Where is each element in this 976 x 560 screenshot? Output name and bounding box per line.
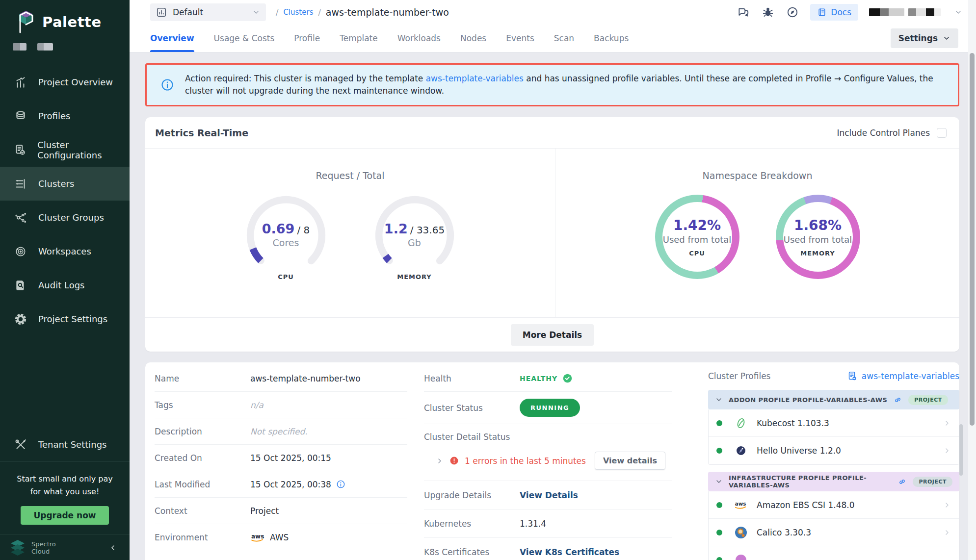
redacted-username (869, 8, 941, 16)
upgrade-details-link[interactable]: View Details (520, 490, 578, 500)
aws-logo-icon: aws (250, 533, 265, 542)
sidebar-item-workspaces[interactable]: Workspaces (0, 234, 130, 268)
detail-row-description: Description Not specified. (155, 418, 407, 445)
cluster-detail-status-section: Cluster Detail Status 1 errors in the la… (424, 424, 672, 481)
tab-workloads[interactable]: Workloads (397, 25, 441, 52)
tab-nodes[interactable]: Nodes (460, 25, 486, 52)
sidebar-nav: Project Overview Profiles Cluster Config… (0, 65, 130, 336)
pack-row-kubecost[interactable]: Kubecost 1.103.3 (709, 409, 959, 437)
redacted-block (869, 8, 904, 16)
infrastructure-pack-list: aws Amazon EBS CSI 1.48.0 (708, 491, 959, 560)
cluster-profiles-column: Cluster Profiles aws-template-variables (708, 365, 959, 560)
layers-icon (14, 109, 27, 123)
tab-backups[interactable]: Backups (594, 25, 629, 52)
chevron-down-icon (715, 478, 723, 485)
aws-logo-icon: aws (734, 498, 748, 512)
project-selector[interactable]: Default (150, 3, 266, 21)
detail-row-created-on: Created On 15 Oct 2025, 00:15 (155, 445, 407, 471)
cpu-used-value: 0.69 (262, 221, 295, 236)
upgrade-details-row: Upgrade Details View Details (424, 481, 672, 509)
tab-usage-costs[interactable]: Usage & Costs (214, 25, 275, 52)
cluster-profiles-title: Cluster Profiles (708, 371, 770, 381)
include-control-planes-checkbox[interactable] (937, 128, 947, 138)
brand-name: Palette (42, 14, 102, 30)
sidebar-collapse-icon[interactable] (109, 544, 121, 552)
project-scope-badge: PROJECT (908, 395, 948, 405)
project-scope-badge: PROJECT (913, 477, 952, 487)
expand-chevron-icon[interactable] (436, 457, 444, 465)
running-status-pill[interactable]: RUNNING (520, 399, 580, 417)
breadcrumb: / Clusters / aws-template-number-two (276, 7, 449, 18)
pack-status-dot (716, 448, 722, 454)
pack-row-amazon-ebs-csi[interactable]: aws Amazon EBS CSI 1.48.0 (709, 491, 959, 519)
namespace-breakdown-title: Namespace Breakdown (703, 170, 813, 181)
feedback-chat-icon[interactable] (737, 5, 750, 19)
sidebar-item-tenant-settings[interactable]: Tenant Settings (0, 428, 130, 461)
cpu-total-value: / 8 (297, 224, 310, 236)
cpu-caption: Used from total (663, 234, 732, 245)
memory-unit: Gb (373, 237, 456, 248)
chevron-down-icon (715, 396, 723, 404)
cluster-status-row: Cluster Status RUNNING (424, 392, 672, 424)
memory-namespace-donut: 1.68% Used from total MEMORY (776, 195, 860, 279)
cpu-percent: 1.42% (673, 217, 721, 233)
settings-button[interactable]: Settings (891, 28, 958, 48)
svg-text:aws: aws (735, 500, 746, 506)
redacted-block (908, 8, 941, 16)
breadcrumb-current: aws-template-number-two (326, 7, 449, 18)
compass-icon[interactable] (786, 5, 799, 19)
include-control-planes-label: Include Control Planes (837, 128, 930, 138)
page-scrollbar-thumb[interactable] (970, 53, 975, 426)
memory-gauge: 1.2 / 33.65 Gb MEMORY (369, 194, 460, 280)
upgrade-now-button[interactable]: Upgrade now (21, 506, 108, 525)
page-content: Action required: This cluster is managed… (130, 52, 976, 560)
user-menu-chevron-icon[interactable] (951, 5, 965, 19)
cpu-donut-label: CPU (689, 250, 705, 257)
brand-header: Palette (0, 0, 130, 34)
page-scrollbar[interactable] (968, 0, 976, 560)
pack-row-hello-universe[interactable]: Hello Universe 1.2.0 (709, 437, 959, 464)
sidebar-item-cluster-configurations[interactable]: Cluster Configurations (0, 133, 130, 167)
profiles-scrollbar-thumb[interactable] (959, 424, 963, 476)
sidebar-item-clusters[interactable]: Clusters (0, 167, 130, 201)
request-total-panel: Request / Total 0.69 / 8 (145, 149, 555, 317)
view-details-button[interactable]: View details (595, 452, 665, 470)
detail-row-context: Context Project (155, 498, 407, 524)
sidebar-item-project-settings[interactable]: Project Settings (0, 302, 130, 336)
alert-template-link[interactable]: aws-template-variables (426, 74, 524, 83)
tab-profile[interactable]: Profile (294, 25, 320, 52)
breadcrumb-clusters-link[interactable]: Clusters (283, 8, 313, 17)
view-k8s-certificates-link[interactable]: View K8s Certificates (520, 547, 619, 557)
docs-button[interactable]: Docs (810, 4, 858, 21)
addon-profile-group-header[interactable]: ADDON PROFILE PROFILE-VARIABLES-AWS PROJ… (708, 390, 959, 409)
sidebar-item-audit-logs[interactable]: Audit Logs (0, 268, 130, 302)
sidebar: Palette Project Overview Profiles (0, 0, 130, 560)
metrics-title: Metrics Real-Time (155, 127, 248, 138)
doc-check-icon (847, 371, 858, 382)
svg-text:aws: aws (251, 533, 264, 540)
action-required-alert: Action required: This cluster is managed… (145, 63, 959, 106)
addon-pack-list: Kubecost 1.103.3 Hello Universe 1.2.0 (708, 409, 959, 465)
bug-report-icon[interactable] (761, 5, 775, 19)
pack-row-calico[interactable]: Calico 3.30.3 (709, 519, 959, 546)
template-profile-link[interactable]: aws-template-variables (847, 371, 959, 382)
sidebar-item-project-overview[interactable]: Project Overview (0, 65, 130, 99)
sidebar-item-profiles[interactable]: Profiles (0, 99, 130, 133)
pack-row-partially-visible[interactable] (709, 546, 959, 560)
project-selector-value: Default (173, 7, 246, 17)
chevron-right-icon (943, 501, 951, 509)
detail-row-environment: Environment aws AWS (155, 524, 407, 551)
pack-status-dot (716, 502, 722, 508)
tab-events[interactable]: Events (506, 25, 534, 52)
topbar: Default / Clusters / aws-template-number… (130, 0, 976, 25)
cpu-unit: Cores (244, 237, 328, 248)
detail-row-tags: Tags n/a (155, 392, 407, 418)
tab-overview[interactable]: Overview (150, 25, 194, 52)
gear-icon (14, 312, 27, 326)
sidebar-item-cluster-groups[interactable]: Cluster Groups (0, 201, 130, 234)
tab-template[interactable]: Template (340, 25, 378, 52)
info-circle-icon[interactable] (336, 480, 345, 489)
infrastructure-profile-group-header[interactable]: INFRASTRUCTURE PROFILE PROFILE-VARIABLES… (708, 472, 959, 491)
tab-scan[interactable]: Scan (554, 25, 574, 52)
more-details-button[interactable]: More Details (511, 324, 594, 346)
